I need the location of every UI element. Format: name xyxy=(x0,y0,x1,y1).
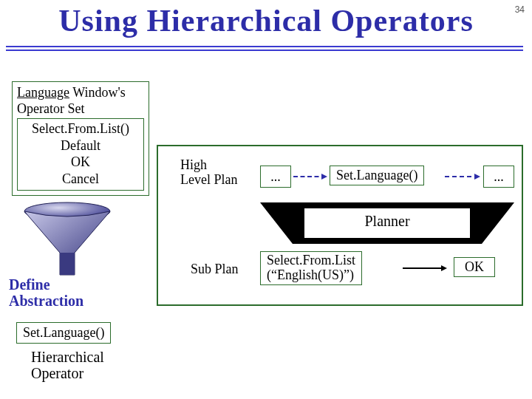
subplan-node-line1: Select.From.List xyxy=(267,253,355,267)
planner-label: Planner xyxy=(260,213,514,230)
define-abstraction-label: Define Abstraction xyxy=(9,276,83,309)
high-level-plan-label: High Level Plan xyxy=(180,158,237,188)
subplan-node-line2: (“English(US)”) xyxy=(267,267,354,282)
operator-item: Default xyxy=(21,138,140,154)
language-window-header: Language Window's Operator Set xyxy=(17,85,144,117)
language-window-header-underlined: Language xyxy=(17,85,69,100)
language-window-header-line2: Operator Set xyxy=(17,101,84,116)
slide-title: Using Hierarchical Operators xyxy=(0,3,532,38)
dashed-arrow-icon xyxy=(293,176,326,177)
ok-node: OK xyxy=(454,257,495,277)
operator-item: OK xyxy=(21,154,140,171)
set-language-pill: Set.Language() xyxy=(16,322,111,344)
define-abstraction-line2: Abstraction xyxy=(9,293,83,309)
title-underline xyxy=(6,46,523,52)
arrow-icon xyxy=(403,267,446,269)
dashed-arrow-icon xyxy=(445,176,479,177)
hierarchical-operator-line2: Operator xyxy=(31,365,83,381)
operator-item: Select.From.List() xyxy=(21,121,140,137)
plan-ellipsis-left: ... xyxy=(260,166,291,188)
language-window-box: Language Window's Operator Set Select.Fr… xyxy=(12,81,149,196)
page-number: 34 xyxy=(515,4,525,15)
sub-plan-label: Sub Plan xyxy=(191,262,239,277)
operator-set: Select.From.List() Default OK Cancel xyxy=(17,118,144,190)
svg-rect-1 xyxy=(60,253,75,275)
language-window-header-rest: Window's xyxy=(69,85,126,100)
select-from-list-node: Select.From.List (“English(US)”) xyxy=(260,251,362,285)
hierarchical-operator-line1: Hierarchical xyxy=(31,349,104,365)
planner-trapezoid: Planner xyxy=(260,202,514,244)
funnel-icon xyxy=(19,201,115,282)
operator-item: Cancel xyxy=(21,171,140,188)
set-language-node: Set.Language() xyxy=(330,166,424,185)
high-level-plan-line1: High xyxy=(180,157,207,172)
plan-ellipsis-right: ... xyxy=(483,166,514,188)
define-abstraction-line1: Define xyxy=(9,276,50,293)
high-level-plan-line2: Level Plan xyxy=(180,172,237,187)
hierarchical-operator-label: Hierarchical Operator xyxy=(31,349,104,381)
